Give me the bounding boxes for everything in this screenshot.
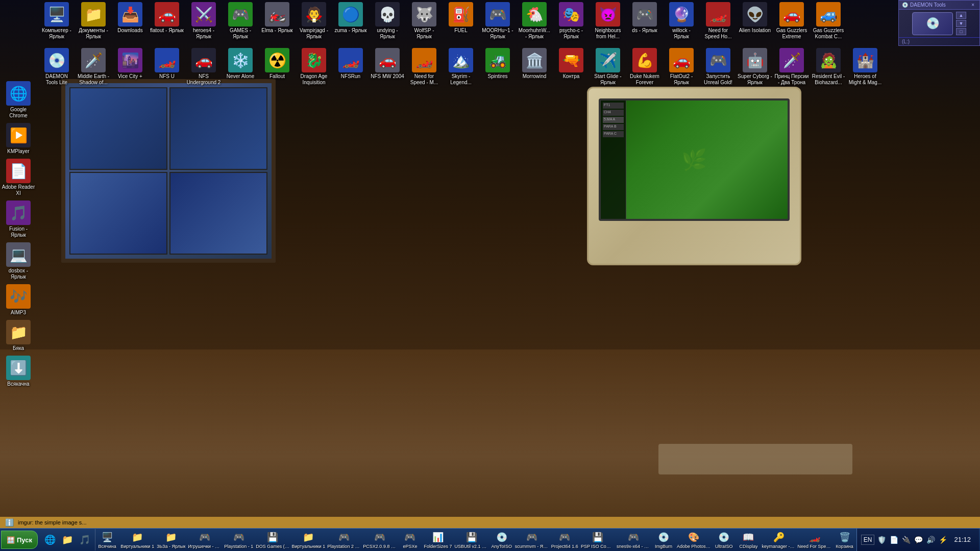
desktop-icon-row1-4[interactable]: ⚔️ heroes4 - Ярлык: [185, 0, 222, 42]
desktop-icon-row1-0[interactable]: 🖥️ Компьютер - Ярлык: [38, 0, 75, 42]
taskbar-icon-2[interactable]: 📁 3ЬЗа - Ярлык: [156, 529, 186, 550]
taskbar-icon-14[interactable]: 🎮 Project64 1.6: [550, 529, 579, 550]
desktop-icon-row2-11[interactable]: 🏔️ Skyrim - Legend...: [443, 46, 479, 88]
desktop-icon-row2-10[interactable]: 🏎️ Need for Speed - M...: [406, 46, 443, 88]
sidebar-icon-7[interactable]: ⬇️ Всякачна: [0, 354, 37, 389]
desktop-icon-row2-18[interactable]: 🎮 Запустить Unreal Gold!: [700, 46, 737, 88]
taskbar-icon-18[interactable]: 🎨 Adobe Photoshop ...: [676, 529, 711, 550]
taskbar-icon-4[interactable]: 🎮 Playstation - 1: [223, 529, 254, 550]
taskbar-icon-0[interactable]: 🖥️ Всячина: [95, 529, 119, 550]
desktop-icon-row1-7[interactable]: 🧛 Vampirjagd - Ярлык: [296, 0, 332, 42]
desktop-icon-row2-9[interactable]: 🚗 NFS MW 2004: [369, 46, 406, 88]
desktop-icon-row1-5[interactable]: 🎮 GAMES - Ярлык: [222, 0, 259, 42]
sidebar-icon-0[interactable]: 🌐 Google Chrome: [0, 79, 37, 121]
desktop-icon-row2-15[interactable]: ✈️ Start Glide - Ярлык: [590, 46, 626, 88]
desktop-icon-row2-6[interactable]: ☢️ Fallout: [259, 46, 296, 88]
desktop-icon-row1-8[interactable]: 🔵 zuma - Ярлык: [332, 0, 369, 42]
desktop-icon-row1-14[interactable]: 🎭 psycho-c - Ярлык: [553, 0, 590, 42]
start-button[interactable]: 🪟 Пуск: [1, 531, 38, 549]
daemon-btn3[interactable]: □: [956, 28, 966, 35]
desktop-icon-row2-21[interactable]: 🧟 Resident Evil - Biohazard...: [810, 46, 847, 88]
sidebar-icon-5[interactable]: 🎶 AIMP3: [0, 282, 37, 318]
desktop-icon-row1-6[interactable]: 🏍️ Elma - Ярлык: [259, 0, 296, 42]
desktop-icon-row1-3[interactable]: 🚗 flatout - Ярлык: [149, 0, 185, 42]
desktop-icon-row2-3[interactable]: 🏎️ NFS U: [149, 46, 185, 88]
desktop-icon-row2-4[interactable]: 🚗 NFS Underground 2: [185, 46, 222, 88]
desktop-icon-row1-9[interactable]: 💀 undying - Ярлык: [369, 0, 406, 42]
quicklaunch-folder[interactable]: 📁: [59, 529, 76, 550]
taskbar-icon-11[interactable]: 💾 USBUtil v2.1 R1.1rus.ex...: [454, 529, 489, 550]
desktop-icon-row2-22[interactable]: 🏰 Heroes of Might & Mag...: [847, 46, 884, 88]
taskbar-icon-13[interactable]: 🎮 scummvm - Ярлык: [514, 529, 549, 550]
desktop-icon-row1-10[interactable]: 🐺 WolfSP - Ярлык: [406, 0, 443, 42]
desktop-icon-row2-17[interactable]: 🚗 FlatOut2 - Ярлык: [663, 46, 700, 88]
sidebar-icon-4[interactable]: 💻 dosbox - Ярлык: [0, 240, 37, 282]
tray-icon-usb[interactable]: ⚡: [938, 535, 948, 545]
desktop-icon-row1-15[interactable]: 👿 Neighbours from Hel...: [590, 0, 626, 42]
daemon-drive[interactable]: 💿: [912, 12, 953, 35]
tb-icon-label: Виртуальники 1: [120, 544, 154, 549]
desktop-icon-row2-2[interactable]: 🌆 Vice City +: [112, 46, 149, 88]
desktop-icon-row2-8[interactable]: 🏎️ NFSRun: [332, 46, 369, 88]
desktop-icon-row1-21[interactable]: 🚙 Gas Guzzlers Kombat C...: [810, 0, 847, 42]
daemon-btn2[interactable]: ▼: [956, 20, 966, 27]
tb-icon-label: Need For Speed ...: [798, 544, 831, 549]
lang-indicator[interactable]: EN: [861, 535, 875, 545]
taskbar-icon-6[interactable]: 📁 Виртуальники 1: [291, 529, 326, 550]
taskbar-icon-19[interactable]: 💿 UltraISO: [712, 529, 736, 550]
quicklaunch-media[interactable]: 🎵: [77, 529, 93, 550]
daemon-close-button[interactable]: ×: [969, 2, 976, 8]
desktop-icon-row1-11[interactable]: ⛽ FUEL: [443, 0, 479, 42]
quicklaunch-ie[interactable]: 🌐: [42, 529, 58, 550]
desktop-icon-row1-18[interactable]: 🏎️ Need for Speed Ho...: [700, 0, 737, 42]
desktop-icon-row2-13[interactable]: 🏛️ Morrowind: [516, 46, 553, 88]
taskbar-icon-8[interactable]: 🎮 PCSX2.0.9.8 (r4600): [362, 529, 397, 550]
daemon-drive-label: (L:): [899, 37, 979, 45]
taskbar-icon-10[interactable]: 📊 FolderSizes 7: [423, 529, 453, 550]
icon-img: 💪: [632, 48, 657, 72]
desktop-icon-row1-17[interactable]: 🔮 willock - Ярлык: [663, 0, 700, 42]
sidebar-icon-6[interactable]: 📁 Бяка: [0, 318, 37, 354]
taskbar-icon-7[interactable]: 🎮 Playstation 2 - Ярлык: [327, 529, 361, 550]
taskbar-icon-23[interactable]: 🗑️ Корзина: [833, 529, 856, 550]
tray-icon-antivirus[interactable]: 🛡️: [876, 535, 887, 545]
desktop-icon-row2-14[interactable]: 🔫 Контра: [553, 46, 590, 88]
desktop-icon-row2-19[interactable]: 🤖 Super Cyborg - Ярлык: [737, 46, 773, 88]
desktop-icon-row2-12[interactable]: 🚜 Spintires: [479, 46, 516, 88]
desktop-icon-row2-1[interactable]: 🗡️ Middle Earth - Shadow of...: [75, 46, 112, 88]
taskbar-icon-22[interactable]: 🏎️ Need For Speed ...: [797, 529, 832, 550]
desktop-icon-row2-0[interactable]: 💿 DAEMON Tools Lite: [38, 46, 75, 88]
desktop-icon-row2-7[interactable]: 🐉 Dragon Age Inquisition: [296, 46, 332, 88]
sidebar-icon-3[interactable]: 🎵 Fusion - Ярлык: [0, 198, 37, 240]
taskbar-icon-15[interactable]: 💾 PSP ISO Compres...: [580, 529, 615, 550]
desktop-icon-row1-13[interactable]: 🐔 MoorhuhnW... - Ярлык: [516, 0, 553, 42]
taskbar-icon-12[interactable]: 💿 AnyToISO: [490, 529, 513, 550]
sidebar-icon-1[interactable]: ▶️ KMPlayer: [0, 121, 37, 157]
tray-icon-network[interactable]: 🔌: [901, 535, 911, 545]
desktop-icon-row1-19[interactable]: 👽 Alien Isolation: [737, 0, 773, 42]
sidebar-icon-2[interactable]: 📄 Adobe Reader XI: [0, 157, 37, 198]
desktop-icon-row2-16[interactable]: 💪 Duke Nukem Forever: [626, 46, 663, 88]
taskbar-icon-17[interactable]: 💿 ImgBurn: [652, 529, 675, 550]
tray-icon-messenger[interactable]: 💬: [913, 535, 923, 545]
notification-bar[interactable]: ℹ️ imgur: the simple image s...: [0, 517, 980, 528]
taskbar-icon-20[interactable]: 📖 CDisplay: [737, 529, 760, 550]
daemon-btn1[interactable]: ▲: [956, 12, 966, 19]
icon-label: Elma - Ярлык: [261, 28, 293, 34]
tray-icon-sound[interactable]: 🔊: [925, 535, 936, 545]
taskbar-icon-16[interactable]: 🎮 snes9x-x64 - Ярлык: [616, 529, 651, 550]
taskbar-icon-9[interactable]: 🎮 ePSXe: [398, 529, 422, 550]
desktop-icon-row1-20[interactable]: 🚗 Gas Guzzlers Extreme: [773, 0, 810, 42]
taskbar-icon-21[interactable]: 🔑 keymanager - Ярлык: [762, 529, 796, 550]
taskbar-icon-5[interactable]: 💾 DOS Games (2792 Games): [255, 529, 290, 550]
tray-icon-acrobat[interactable]: 📄: [889, 535, 899, 545]
desktop-icon-row2-5[interactable]: ❄️ Never Alone: [222, 46, 259, 88]
tb-icon-img: 🎮: [198, 530, 212, 544]
desktop-icon-row2-20[interactable]: 🗡️ Принц Персии - Два Трона: [773, 46, 810, 88]
desktop-icon-row1-2[interactable]: 📥 Downloads: [112, 0, 149, 42]
desktop-icon-row1-1[interactable]: 📁 Документы - Ярлык: [75, 0, 112, 42]
taskbar-icon-1[interactable]: 📁 Виртуальники 1: [120, 529, 155, 550]
taskbar-icon-3[interactable]: 🎮 Игрушечки - Ярлык: [187, 529, 222, 550]
desktop-icon-row1-12[interactable]: 🎮 MOORHu~1 - Ярлык: [479, 0, 516, 42]
desktop-icon-row1-16[interactable]: 🎮 ds - Ярлык: [626, 0, 663, 42]
